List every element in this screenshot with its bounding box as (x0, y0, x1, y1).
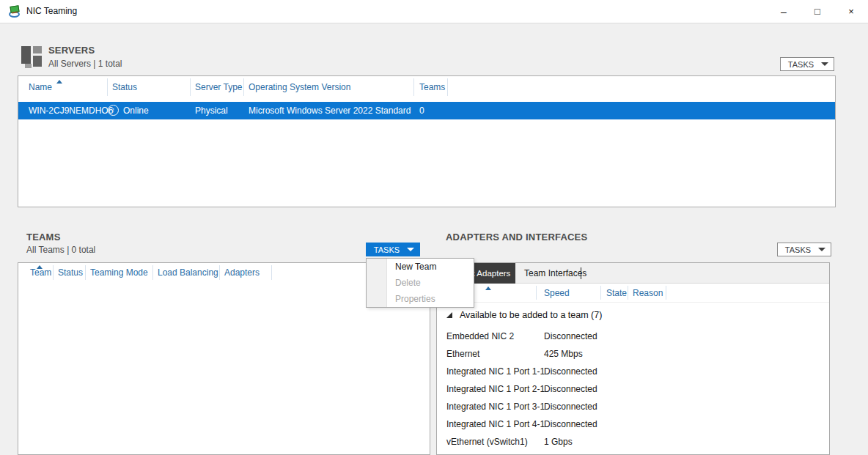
minimize-button[interactable]: – (767, 0, 801, 23)
column-divider[interactable] (243, 78, 244, 96)
teams-col-team[interactable]: Team (30, 263, 51, 282)
servers-col-server-type[interactable]: Server Type (195, 76, 242, 98)
teams-tasks-label: TASKS (367, 245, 407, 254)
column-divider[interactable] (600, 286, 601, 300)
column-divider[interactable] (219, 265, 220, 280)
close-button[interactable]: × (834, 0, 868, 23)
adapter-speed: Disconnected (544, 380, 597, 398)
adapter-speed: Disconnected (544, 363, 597, 380)
group-expanded-icon[interactable] (446, 312, 452, 318)
menu-item-new-team[interactable]: New Team (367, 259, 474, 275)
teams-subtitle: All Teams | 0 total (26, 245, 95, 255)
adapter-row[interactable]: vEthernet (vSwitch1) 1 Gbps (437, 433, 829, 451)
adapter-name: Integrated NIC 1 Port 3-1 (446, 398, 545, 415)
adapters-tasks-button[interactable]: TASKS (777, 243, 831, 256)
adapter-name: Integrated NIC 1 Port 4-1 (446, 415, 545, 433)
column-divider[interactable] (107, 78, 108, 96)
adapters-heading: ADAPTERS AND INTERFACES (446, 232, 587, 243)
maximize-icon: □ (814, 6, 820, 17)
adapter-row[interactable]: Ethernet 425 Mbps (437, 345, 829, 363)
servers-tasks-button[interactable]: TASKS (780, 57, 834, 71)
adapter-row[interactable]: Integrated NIC 1 Port 2-1 Disconnected (437, 380, 829, 398)
servers-tasks-label: TASKS (781, 60, 821, 69)
adapter-name: Integrated NIC 1 Port 2-1 (446, 380, 545, 398)
adapter-group-label: Available to be added to a team (7) (460, 310, 602, 320)
window-title: NIC Teaming (26, 6, 77, 16)
adapter-name: vEthernet (vSwitch1) (446, 433, 528, 451)
column-divider[interactable] (53, 265, 54, 280)
adapters-col-state[interactable]: State (606, 284, 627, 302)
close-icon: × (848, 6, 854, 17)
servers-col-teams[interactable]: Teams (419, 76, 445, 98)
title-bar: NIC Teaming – □ × (0, 0, 868, 23)
chevron-down-icon (407, 248, 414, 251)
adapter-speed: Disconnected (544, 398, 597, 415)
adapter-speed: 425 Mbps (544, 345, 583, 363)
server-teams-count: 0 (419, 102, 424, 119)
online-up-arrow-icon: ↑ (108, 105, 119, 116)
column-divider[interactable] (190, 78, 191, 96)
teams-tasks-button[interactable]: TASKS (366, 243, 420, 256)
sort-ascending-icon (485, 286, 491, 290)
teams-col-teaming-mode[interactable]: Teaming Mode (90, 263, 148, 282)
column-divider[interactable] (271, 265, 272, 280)
column-divider[interactable] (536, 286, 537, 300)
servers-col-status[interactable]: Status (112, 76, 137, 98)
server-row-selected[interactable]: WIN-2CJ9NEMDHO6 ↑ Online Physical Micros… (18, 102, 835, 119)
adapters-tab-bar: Network Adapters Team Interfaces (437, 263, 829, 284)
server-name: WIN-2CJ9NEMDHO6 (29, 102, 113, 119)
adapter-name: Embedded NIC 2 (446, 328, 514, 345)
column-divider[interactable] (447, 78, 448, 96)
column-divider[interactable] (666, 286, 666, 300)
nic-teaming-app-icon (9, 6, 22, 18)
servers-heading: SERVERS (48, 45, 95, 56)
maximize-button[interactable]: □ (801, 0, 834, 23)
nic-teaming-window: NIC Teaming – □ × SERVERS All Servers | … (0, 0, 868, 455)
menu-item-properties[interactable]: Properties (367, 291, 474, 307)
server-os-version: Microsoft Windows Server 2022 Standard (249, 102, 411, 119)
teams-tasks-menu: New Team Delete Properties (366, 258, 474, 308)
adapter-row[interactable]: Integrated NIC 1 Port 1-1 Disconnected (437, 363, 829, 380)
adapter-speed: Disconnected (544, 328, 597, 345)
adapter-row[interactable]: Integrated NIC 1 Port 3-1 Disconnected (437, 398, 829, 415)
teams-col-status[interactable]: Status (58, 263, 83, 282)
adapter-group-row[interactable]: Available to be added to a team (7) (437, 306, 829, 325)
column-divider[interactable] (85, 265, 86, 280)
server-status: Online (123, 102, 149, 119)
minimize-icon: – (781, 6, 787, 18)
column-divider[interactable] (628, 286, 628, 300)
tab-team-interfaces[interactable]: Team Interfaces (521, 263, 589, 284)
column-divider[interactable] (152, 265, 153, 280)
adapter-row[interactable]: Integrated NIC 1 Port 4-1 Disconnected (437, 415, 829, 433)
column-divider[interactable] (413, 78, 414, 96)
chevron-down-icon (818, 248, 825, 251)
adapters-col-speed[interactable]: Speed (544, 284, 570, 302)
adapter-speed: 1 Gbps (544, 433, 573, 451)
teams-heading: TEAMS (26, 232, 61, 243)
window-controls: – □ × (767, 0, 868, 23)
servers-grid-panel: Name Status Server Type Operating System… (18, 75, 836, 207)
servers-grid-header: Name Status Server Type Operating System… (18, 76, 835, 98)
adapter-name: Ethernet (446, 345, 479, 363)
servers-col-name[interactable]: Name (29, 76, 52, 98)
adapter-row[interactable]: Embedded NIC 2 Disconnected (437, 328, 829, 345)
teams-col-load-balancing[interactable]: Load Balancing (158, 263, 218, 282)
adapters-grid-header: Speed State Reason (437, 284, 829, 303)
server-type: Physical (195, 102, 228, 119)
sort-ascending-icon (56, 80, 62, 84)
chevron-down-icon (821, 62, 828, 66)
adapter-speed: Disconnected (544, 415, 597, 433)
adapter-name: Integrated NIC 1 Port 1-1 (446, 363, 545, 380)
servers-subtitle: All Servers | 1 total (48, 59, 122, 69)
servers-col-os-version[interactable]: Operating System Version (249, 76, 350, 98)
adapters-tasks-label: TASKS (778, 245, 818, 254)
focus-caret (581, 267, 581, 279)
menu-item-delete[interactable]: Delete (367, 275, 474, 291)
teams-col-adapters[interactable]: Adapters (224, 263, 260, 282)
servers-icon (21, 45, 44, 68)
adapters-col-reason[interactable]: Reason (633, 284, 663, 302)
adapters-panel: Network Adapters Team Interfaces Speed S… (436, 262, 830, 455)
